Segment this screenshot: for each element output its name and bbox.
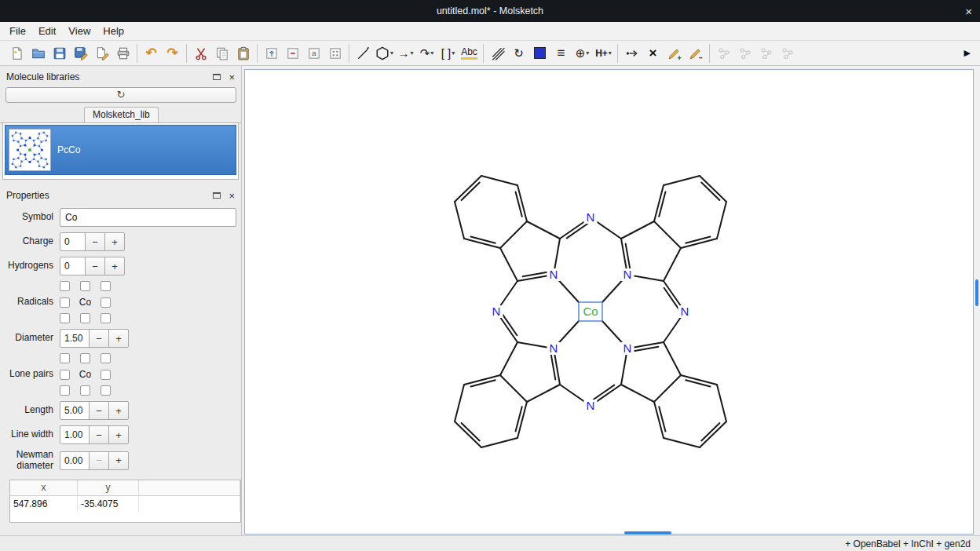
save-as-button[interactable] (70, 43, 91, 64)
redo-button[interactable]: ↷ (162, 43, 183, 64)
color-swatch-button[interactable] (529, 43, 550, 64)
radical-checkbox[interactable] (101, 297, 111, 308)
lone-pair-checkbox[interactable] (80, 353, 90, 363)
ring-tool-button[interactable]: ▾ (374, 43, 395, 64)
hydrogens-increment-button[interactable]: + (104, 257, 125, 276)
coord-column-y[interactable]: y (78, 480, 139, 495)
horizontal-scrollbar-handle[interactable] (624, 531, 671, 535)
center-atom-label[interactable]: Co (583, 305, 598, 318)
charge-tool-button[interactable]: ⊕▾ (572, 43, 593, 64)
clipboard-text-button[interactable]: a (303, 43, 324, 64)
hydrogens-decrement-button[interactable]: − (85, 257, 105, 276)
clipboard-grid-button[interactable] (324, 43, 346, 64)
save-button[interactable] (49, 43, 70, 64)
coord-y-value[interactable]: -35.4075 (78, 496, 139, 512)
properties-panel-close-icon[interactable]: × (229, 191, 235, 201)
float-panel-icon[interactable] (213, 192, 221, 199)
hydrogens-row: Hydrogens 0 − + (5, 257, 236, 276)
lone-pair-checkbox[interactable] (80, 385, 90, 396)
nitrogen-atom-label[interactable]: N (623, 268, 632, 281)
nitrogen-atom-label[interactable]: N (492, 305, 501, 318)
open-file-button[interactable] (27, 43, 49, 64)
text-tool-button[interactable]: Abc (459, 43, 480, 64)
coord-column-empty (139, 480, 240, 495)
lone-pair-checkbox[interactable] (101, 385, 111, 396)
nitrogen-atom-label[interactable]: N (587, 399, 595, 412)
lone-pair-checkbox[interactable] (60, 385, 70, 396)
diameter-decrement-button[interactable]: − (89, 329, 109, 348)
nitrogen-atom-label[interactable]: N (550, 341, 558, 355)
menu-file[interactable]: File (3, 23, 32, 39)
symbol-input[interactable] (60, 208, 236, 227)
diameter-value[interactable]: 1.50 (60, 329, 90, 348)
line-width-decrement-button[interactable]: − (89, 425, 109, 444)
hydrogen-tool-button[interactable]: H+▾ (593, 43, 614, 64)
print-button[interactable] (112, 43, 133, 64)
clipboard-add-button[interactable] (261, 43, 282, 64)
vertical-scrollbar-handle[interactable] (975, 279, 978, 306)
paste-button[interactable] (232, 43, 254, 64)
window-close-button[interactable]: × (965, 0, 972, 22)
lone-pair-checkbox[interactable] (60, 370, 70, 380)
library-panel-close-icon[interactable]: × (229, 72, 235, 82)
nitrogen-atom-label[interactable]: N (623, 341, 632, 355)
undo-button[interactable]: ↶ (141, 43, 162, 64)
newman-diameter-increment-button[interactable]: + (108, 451, 129, 470)
lone-pair-checkbox[interactable] (101, 353, 111, 363)
radical-checkbox[interactable] (80, 281, 90, 291)
export-button[interactable] (91, 43, 112, 64)
drawing-canvas[interactable]: NNNNNNNNCo (244, 69, 974, 535)
newman-diameter-value[interactable]: 0.00 (60, 451, 90, 470)
delete-tool-button[interactable]: × (642, 43, 664, 64)
newman-diameter-decrement-button: − (89, 451, 109, 470)
dock-splitter[interactable] (0, 180, 241, 188)
menu-help[interactable]: Help (97, 23, 130, 39)
arrow-tool-button[interactable]: →▾ (395, 43, 416, 64)
radical-checkbox[interactable] (80, 313, 90, 323)
decrease-charge-button[interactable] (685, 43, 706, 64)
charge-increment-button[interactable]: + (104, 232, 125, 251)
charge-value[interactable]: 0 (60, 232, 86, 251)
new-file-button[interactable] (6, 43, 27, 64)
line-width-increment-button[interactable]: + (108, 425, 129, 444)
molecule-structure[interactable]: NNNNNNNNCo (245, 70, 973, 534)
draw-tool-button[interactable] (353, 43, 374, 64)
bracket-tool-button[interactable]: [ ]▾ (437, 43, 459, 64)
rotate-tool-button[interactable]: ↻ (508, 43, 529, 64)
menu-view[interactable]: View (62, 23, 97, 39)
line-width-value[interactable]: 1.00 (60, 425, 90, 444)
diameter-increment-button[interactable]: + (108, 329, 129, 348)
nitrogen-atom-label[interactable]: N (681, 305, 689, 318)
menu-edit[interactable]: Edit (32, 23, 62, 39)
radical-checkbox[interactable] (60, 313, 70, 323)
hash-bond-tool-button[interactable] (487, 43, 508, 64)
length-increment-button[interactable]: + (108, 401, 129, 420)
length-decrement-button[interactable]: − (89, 401, 109, 420)
reaction-tool-button[interactable] (621, 43, 642, 64)
nitrogen-atom-label[interactable]: N (550, 268, 558, 281)
increase-charge-button[interactable] (664, 43, 685, 64)
line-width-button[interactable]: ≡ (550, 43, 572, 64)
coord-x-value[interactable]: 547.896 (10, 496, 78, 512)
nitrogen-atom-label[interactable]: N (587, 210, 595, 224)
toolbar-extender-button[interactable]: ▶ (958, 48, 977, 58)
charge-decrement-button[interactable]: − (85, 232, 105, 251)
hydrogens-value[interactable]: 0 (60, 257, 86, 276)
float-panel-icon[interactable] (213, 74, 221, 80)
cut-button[interactable] (190, 43, 211, 64)
mechanism-arrow-tool-button[interactable]: ↷▾ (416, 43, 437, 64)
radical-checkbox[interactable] (60, 281, 70, 291)
copy-button[interactable] (211, 43, 232, 64)
clipboard-remove-button[interactable] (282, 43, 303, 64)
radical-checkbox[interactable] (101, 313, 111, 323)
radical-checkbox[interactable] (101, 281, 111, 291)
lone-pair-checkbox[interactable] (60, 353, 70, 363)
library-item-pcco[interactable]: PcCo (5, 125, 236, 175)
lone-pair-checkbox[interactable] (101, 370, 111, 380)
coord-column-x[interactable]: x (10, 480, 78, 495)
library-refresh-button[interactable]: ↻ (5, 87, 236, 103)
tab-molsketch-lib[interactable]: Molsketch_lib (84, 107, 159, 122)
delete-tool-button-icon: × (649, 46, 657, 60)
length-value[interactable]: 5.00 (60, 401, 90, 420)
radical-checkbox[interactable] (60, 297, 70, 308)
